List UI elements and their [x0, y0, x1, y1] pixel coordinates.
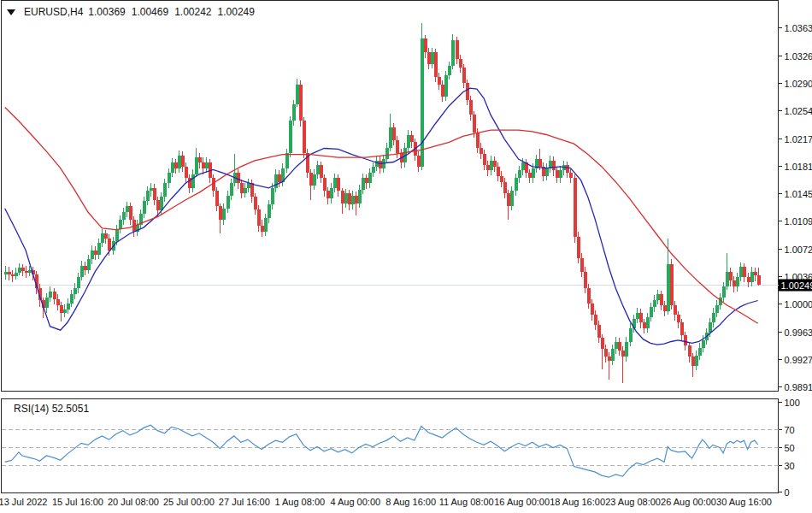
symbol-timeframe-label: EURUSD,H4: [24, 6, 83, 18]
svg-text:1.03260: 1.03260: [785, 51, 812, 62]
time-axis[interactable]: 13 Jul 202215 Jul 16:0020 Jul 08:0025 Ju…: [0, 497, 772, 507]
svg-text:1.00000: 1.00000: [785, 299, 812, 310]
symbol-dropdown-icon[interactable]: [7, 9, 15, 15]
svg-text:26 Aug 00:00: 26 Aug 00:00: [661, 497, 716, 507]
svg-text:0.99630: 0.99630: [785, 327, 812, 338]
main-panel[interactable]: [2, 1, 779, 392]
svg-text:1 Aug 08:00: 1 Aug 08:00: [274, 497, 325, 507]
price-axis[interactable]: 1.036301.032601.029001.025401.021701.018…: [779, 23, 812, 392]
svg-text:1.02540: 1.02540: [785, 106, 812, 116]
svg-text:1.01450: 1.01450: [785, 189, 812, 199]
svg-text:1.00249: 1.00249: [781, 280, 812, 291]
svg-text:1.02900: 1.02900: [785, 79, 812, 89]
svg-text:1.00720: 1.00720: [785, 245, 812, 255]
chart-window: 1.036301.032601.029001.025401.021701.018…: [0, 0, 812, 513]
svg-text:18 Aug 16:00: 18 Aug 16:00: [550, 497, 605, 507]
svg-text:25 Jul 00:00: 25 Jul 00:00: [163, 497, 215, 507]
svg-text:15 Jul 16:00: 15 Jul 16:00: [52, 497, 103, 507]
svg-text:30 Aug 16:00: 30 Aug 16:00: [716, 497, 772, 507]
svg-text:27 Jul 16:00: 27 Jul 16:00: [219, 497, 270, 507]
svg-text:16 Aug 00:00: 16 Aug 00:00: [494, 497, 550, 507]
svg-text:4 Aug 00:00: 4 Aug 00:00: [330, 497, 380, 507]
ohlc-low: 1.00242: [174, 6, 211, 18]
svg-text:0.99270: 0.99270: [785, 355, 812, 365]
svg-text:0.98910: 0.98910: [785, 382, 812, 392]
svg-text:11 Aug 08:00: 11 Aug 08:00: [439, 497, 494, 507]
svg-text:0: 0: [785, 487, 790, 498]
svg-text:1.02170: 1.02170: [785, 134, 812, 144]
rsi-panel[interactable]: [2, 399, 779, 493]
svg-text:23 Aug 08:00: 23 Aug 08:00: [605, 497, 661, 507]
svg-text:50: 50: [785, 443, 795, 453]
svg-text:8 Aug 16:00: 8 Aug 16:00: [385, 497, 436, 507]
rsi-indicator-label: RSI(14) 52.5051: [14, 403, 89, 415]
current-price-tag: 1.00249: [779, 280, 812, 292]
ohlc-high: 1.00469: [132, 6, 168, 18]
ohlc-open: 1.00369: [88, 6, 125, 18]
svg-text:70: 70: [785, 425, 795, 435]
svg-text:30: 30: [785, 461, 795, 471]
ohlc-close: 1.00249: [218, 6, 255, 18]
svg-text:1.01090: 1.01090: [785, 216, 812, 227]
svg-text:1.01810: 1.01810: [785, 162, 812, 172]
svg-text:20 Jul 08:00: 20 Jul 08:00: [108, 497, 159, 507]
chart-header: EURUSD,H4 1.00369 1.00469 1.00242 1.0024…: [7, 6, 255, 18]
price-chart-canvas[interactable]: 1.036301.032601.029001.025401.021701.018…: [0, 0, 812, 513]
svg-text:1.03630: 1.03630: [785, 23, 812, 33]
svg-text:100: 100: [785, 398, 800, 408]
svg-text:13 Jul 2022: 13 Jul 2022: [0, 497, 47, 507]
